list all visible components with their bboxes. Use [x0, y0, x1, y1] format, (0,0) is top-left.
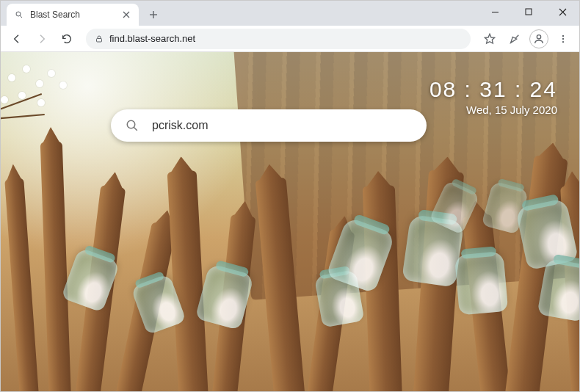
svg-line-1 [20, 15, 22, 18]
svg-point-14 [562, 37, 564, 39]
svg-point-15 [562, 40, 564, 42]
maximize-button[interactable] [512, 1, 545, 23]
new-tab-button[interactable] [143, 4, 164, 25]
svg-point-0 [16, 12, 21, 16]
browser-toolbar: find.blast-search.net [1, 26, 579, 52]
titlebar: Blast Search [1, 1, 579, 26]
forward-button[interactable] [32, 29, 52, 49]
extension-button[interactable] [504, 29, 525, 49]
clock-widget: 08 : 31 : 24 Wed, 15 July 2020 [429, 77, 557, 116]
svg-rect-7 [526, 9, 532, 15]
tab-title: Blast Search [30, 10, 121, 20]
close-window-button[interactable] [545, 1, 579, 23]
svg-line-17 [134, 127, 137, 131]
search-favicon-icon [14, 10, 24, 20]
address-bar[interactable]: find.blast-search.net [86, 29, 471, 49]
bookmark-star-button[interactable] [479, 29, 500, 49]
url-text: find.blast-search.net [109, 33, 195, 44]
svg-point-16 [127, 120, 135, 128]
page-content: 08 : 31 : 24 Wed, 15 July 2020 [1, 52, 579, 391]
search-icon [126, 119, 139, 132]
svg-point-13 [562, 35, 564, 36]
svg-point-12 [537, 35, 540, 38]
reload-button[interactable] [57, 29, 77, 49]
menu-button[interactable] [553, 29, 573, 49]
svg-rect-10 [97, 38, 102, 42]
back-button[interactable] [7, 29, 27, 49]
svg-marker-11 [485, 34, 494, 43]
clock-time: 08 : 31 : 24 [429, 77, 557, 102]
browser-window: Blast Search [0, 0, 580, 392]
tab-close-button[interactable] [121, 10, 131, 20]
profile-avatar-button[interactable] [529, 29, 548, 48]
minimize-button[interactable] [478, 1, 512, 23]
search-input[interactable] [152, 119, 412, 132]
lock-icon [95, 35, 104, 43]
page-search-bar[interactable] [111, 109, 427, 142]
clock-date: Wed, 15 July 2020 [429, 104, 557, 116]
window-controls [478, 1, 579, 23]
browser-tab[interactable]: Blast Search [7, 4, 139, 26]
